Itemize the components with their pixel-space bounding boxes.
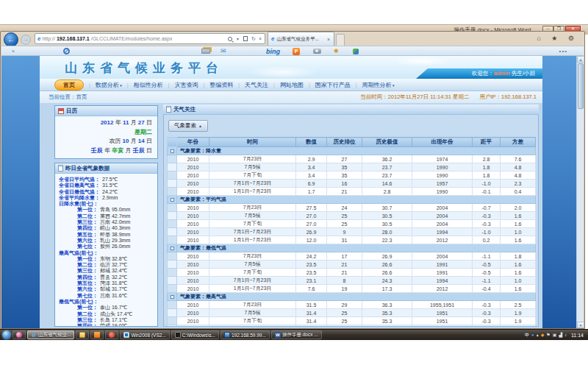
- ie-favicon-icon: e: [37, 36, 40, 42]
- cards-icon[interactable]: [201, 49, 210, 54]
- mail-icon[interactable]: ✉: [220, 47, 226, 54]
- stop-icon[interactable]: ×: [259, 36, 262, 41]
- nav-item-6[interactable]: 网站地图: [280, 81, 304, 89]
- start-button[interactable]: [2, 330, 11, 339]
- taskbar-button-word-doc[interactable]: W操作手册.docx ...: [271, 330, 322, 339]
- nav-item-1[interactable]: 数据分析 ▾: [96, 81, 122, 89]
- search-icon[interactable]: [228, 37, 232, 41]
- table-row[interactable]: 20107月23日27.52430.72004-0.72.0: [168, 204, 536, 212]
- blocked-content-icon[interactable]: [63, 48, 70, 54]
- action-center-flag-icon[interactable]: ⚑: [546, 332, 550, 338]
- nav-separator: |: [203, 82, 204, 88]
- alert-icon[interactable]: ◆: [541, 332, 545, 338]
- table-row[interactable]: 20107月下旬27.02530.52004-0.31.6: [168, 220, 536, 228]
- table-row[interactable]: 20107月5候3.43523.719901.84.8: [168, 163, 536, 171]
- cell: 1.6: [501, 285, 536, 293]
- more-options-icon[interactable]: •••: [559, 48, 567, 54]
- expand-checkbox[interactable]: [171, 198, 174, 202]
- nav-item-7[interactable]: 国家下行产品: [315, 81, 351, 89]
- cell: 1月1日~7月23日: [209, 285, 296, 293]
- nav-item-2[interactable]: 相似性分析: [134, 81, 163, 89]
- new-tab-button[interactable]: [336, 34, 345, 46]
- bing-logo[interactable]: bing: [266, 48, 280, 55]
- table-row[interactable]: 20107月1日~7月23日6.91614.61957-1.02.3: [168, 180, 536, 188]
- forward-button[interactable]: →: [21, 35, 31, 45]
- table-row[interactable]: 20107月5候27.02530.52004-0.31.6: [168, 212, 536, 220]
- expand-checkbox[interactable]: [171, 247, 174, 250]
- taskbar-button-ie[interactable]: e山东省气候业...: [27, 330, 74, 339]
- scroll-down-icon[interactable]: ▼: [577, 322, 584, 328]
- scroll-up-icon[interactable]: ▲: [577, 56, 584, 63]
- taskbar-button-media-player[interactable]: [105, 330, 118, 339]
- cell: 7月5候: [209, 212, 296, 220]
- cell: 21: [327, 261, 362, 269]
- weather-label: 全省平均降水量：: [59, 195, 100, 201]
- table-group-row[interactable]: 气象要素：最高气温: [168, 293, 536, 301]
- toolbar-close-icon[interactable]: ×: [12, 49, 15, 54]
- table-row[interactable]: 20101月1日~7月23日12.03122.320120.21.6: [168, 236, 536, 244]
- table-row[interactable]: 20107月23日31.52936.31955,1951-0.32.5: [168, 301, 536, 309]
- app-badge-icon[interactable]: ●: [531, 332, 534, 338]
- table-row[interactable]: 20107月23日24.21726.92004-1.11.8: [168, 252, 536, 261]
- ime-indicator-icon[interactable]: 中: [525, 332, 529, 338]
- table-row[interactable]: 20101月1日~7月23日7.61917.32012-0.41.6: [168, 285, 536, 293]
- browser-chrome-icons[interactable]: ⌂ ★ ⚙: [537, 35, 578, 42]
- element-selector-button[interactable]: 气象要素 ▲: [168, 120, 208, 132]
- expand-cell[interactable]: [168, 293, 177, 301]
- show-hidden-icon[interactable]: ▴: [537, 332, 539, 338]
- chevron-down-icon[interactable]: ▼: [236, 37, 240, 41]
- taskbar-buttons: e山东省气候业...Win2008 (VS2...C:\Windows\s...…: [11, 330, 322, 339]
- display-icon[interactable]: ▣: [553, 332, 557, 338]
- taskbar-button-vm[interactable]: Win2008 (VS2...: [120, 330, 169, 339]
- table-row[interactable]: 20107月下旬31.42535.31951-0.31.9: [168, 317, 536, 325]
- plugin-p-icon[interactable]: P: [293, 48, 300, 55]
- taskbar-button-explorer[interactable]: [76, 330, 89, 339]
- nav-item-8[interactable]: 周期性分析 ▾: [362, 81, 395, 89]
- table-group-row[interactable]: 气象要素：降水量: [168, 147, 536, 155]
- table-row[interactable]: 20107月23日2.92736.219742.87.6: [168, 155, 536, 163]
- cell: 25: [327, 309, 362, 317]
- tab-close-icon[interactable]: ×: [327, 37, 330, 42]
- browser-tab[interactable]: e 山东省气候业务平... ×: [268, 32, 334, 46]
- scrollbar-thumb[interactable]: [578, 63, 584, 109]
- expand-checkbox[interactable]: [171, 295, 174, 299]
- expand-cell[interactable]: [168, 147, 177, 155]
- network-icon[interactable]: ▟: [559, 332, 562, 338]
- weather-rank-line: 第一位：东明 32.8℃: [55, 256, 157, 262]
- nav-item-4[interactable]: 整编资料: [209, 81, 233, 89]
- nav-item-3[interactable]: 灾害查询: [174, 81, 198, 89]
- address-bar[interactable]: e http:// 192.168.137.1 /GLCCLIMATE/modu…: [35, 33, 265, 44]
- expand-checkbox[interactable]: [171, 149, 174, 153]
- table-row[interactable]: 20107月下旬23.52126.61991-0.51.6: [168, 269, 536, 277]
- expand-cell[interactable]: [168, 196, 177, 204]
- table-row[interactable]: 20101月1日~7月23日1.7212.81990-0.10.4: [168, 188, 536, 196]
- table-row[interactable]: 20107月5候23.52126.61991-0.51.6: [168, 261, 536, 269]
- volume-icon[interactable]: ♪: [564, 332, 567, 338]
- cell: 2.0: [501, 204, 536, 212]
- vertical-scrollbar[interactable]: ▲ ▼: [576, 56, 584, 328]
- star-plugin-icon[interactable]: ✱: [334, 48, 339, 54]
- puzzle-plugin-icon[interactable]: [353, 49, 359, 54]
- compatibility-view-icon[interactable]: [243, 36, 248, 41]
- table-row[interactable]: 20107月1日~7月23日23.1824.31994-1.11.0: [168, 277, 536, 285]
- cell: 2004: [412, 204, 473, 212]
- refresh-icon[interactable]: ↻: [251, 36, 256, 42]
- taskbar-button-app-orange[interactable]: [90, 330, 104, 339]
- cell: -1.0: [473, 325, 501, 328]
- taskbar-button-cmd[interactable]: C:\Windows\s...: [171, 330, 219, 339]
- back-button[interactable]: ←: [4, 32, 18, 47]
- expand-cell[interactable]: [168, 244, 177, 252]
- table-group-row[interactable]: 气象要素：平均气温: [168, 196, 536, 204]
- taskbar-button-remote-desktop[interactable]: 192.168.59.99...: [220, 330, 270, 339]
- camera-icon[interactable]: [313, 49, 321, 54]
- column-header-2: 数值: [296, 138, 327, 147]
- table-row[interactable]: 20107月1日~7月23日26.9928.01994-1.01.0: [168, 228, 536, 236]
- table-group-row[interactable]: 气象要素：最低气温: [168, 244, 536, 252]
- taskbar-button-launcher[interactable]: [12, 330, 26, 339]
- nav-item-0[interactable]: 首页: [54, 79, 84, 91]
- nav-item-5[interactable]: 天气关注: [245, 81, 268, 89]
- table-row[interactable]: 20107月1日~7月23日31.5933.01987-1.01.1: [168, 325, 536, 328]
- cell: -0.3: [473, 212, 501, 220]
- table-row[interactable]: 20107月5候31.42535.31951-0.31.9: [168, 309, 536, 317]
- table-row[interactable]: 20107月下旬3.43523.719901.84.8: [168, 171, 536, 180]
